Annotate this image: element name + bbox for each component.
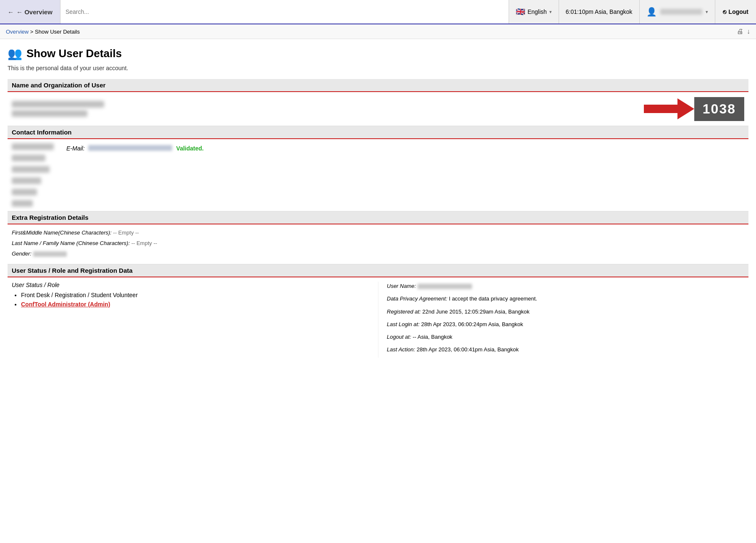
contact-right: E-Mail: Validated. — [66, 143, 744, 152]
language-label: English — [528, 8, 547, 15]
logout-icon: ⎋ — [723, 8, 726, 15]
user-dropdown[interactable]: 👤 ▾ — [640, 0, 715, 24]
breadcrumb: Overview > Show User Details — [6, 29, 80, 35]
role-list: Front Desk / Registration / Student Volu… — [21, 292, 370, 308]
top-navigation: ← ← Overview 🇬🇧 English ▾ 6:01:10pm Asia… — [0, 0, 756, 24]
privacy-row: Data Privacy Agreement: I accept the dat… — [387, 294, 744, 303]
last-name-row: Last Name / Family Name (Chinese Charact… — [12, 239, 744, 248]
chevron-down-icon: ▾ — [549, 9, 552, 15]
language-selector[interactable]: 🇬🇧 English ▾ — [509, 0, 559, 24]
page-title-row: 👥 Show User Details — [8, 47, 748, 61]
badge-annotation: 1038 — [644, 96, 744, 121]
contact-blur-3 — [12, 166, 50, 173]
breadcrumb-overview-link[interactable]: Overview — [6, 29, 29, 35]
role-header: User Status / Role — [12, 282, 370, 288]
gender-value — [33, 251, 67, 257]
overview-button[interactable]: ← ← Overview — [0, 0, 60, 24]
extra-reg-section: First&Middle Name(Chinese Characters): -… — [8, 224, 748, 264]
admin-role-link[interactable]: ConfTool Administrator (Admin) — [21, 301, 110, 308]
first-middle-label: First&Middle Name(Chinese Characters): — [12, 229, 112, 236]
user-id-badge: 1038 — [694, 97, 744, 121]
back-arrow-icon: ← — [8, 8, 14, 16]
print-icon[interactable]: 🖨 — [737, 28, 743, 35]
flag-icon: 🇬🇧 — [516, 7, 525, 16]
clock-display: 6:01:10pm Asia, Bangkok — [559, 0, 640, 24]
name-blurred-block — [12, 101, 104, 117]
username-value — [417, 284, 472, 289]
gender-label: Gender: — [12, 250, 32, 257]
badge-number: 1038 — [703, 101, 736, 116]
user-status-label: User Status / Role and Registration Data — [12, 267, 133, 274]
download-icon[interactable]: ↓ — [747, 28, 750, 35]
registered-row: Registered at: 22nd June 2015, 12:05:29a… — [387, 307, 744, 316]
user-status-section-header: User Status / Role and Registration Data — [8, 264, 748, 277]
email-label: E-Mail: — [66, 145, 85, 152]
breadcrumb-current: Show User Details — [35, 29, 80, 35]
contact-blur-4 — [12, 177, 41, 184]
contact-label: Contact Information — [12, 129, 72, 136]
red-arrow-icon — [644, 96, 694, 121]
gender-row: Gender: — [12, 250, 744, 258]
main-content: 👥 Show User Details This is the personal… — [0, 39, 756, 374]
overview-label: ← Overview — [16, 8, 52, 16]
contact-left — [12, 143, 54, 207]
contact-blur-6 — [12, 200, 33, 207]
extra-reg-section-header: Extra Registration Details — [8, 211, 748, 224]
registered-val: 22nd June 2015, 12:05:29am Asia, Bangkok — [423, 308, 530, 315]
privacy-val: I accept the data privacy agreement. — [449, 295, 537, 302]
username-row: User Name: — [387, 282, 744, 291]
last-name-label: Last Name / Family Name (Chinese Charact… — [12, 240, 130, 246]
first-middle-row: First&Middle Name(Chinese Characters): -… — [12, 229, 744, 237]
last-action-row: Last Action: 28th Apr 2023, 06:00:41pm A… — [387, 345, 744, 354]
validated-badge: Validated. — [176, 145, 204, 152]
role-1-text: Front Desk / Registration / Student Volu… — [21, 292, 138, 298]
breadcrumb-separator: > — [30, 29, 35, 35]
last-login-label: Last Login at: — [387, 321, 420, 327]
contact-blur-5 — [12, 189, 37, 195]
name-org-section: 1038 — [8, 92, 748, 126]
logout-at-val: -- Asia, Bangkok — [412, 334, 452, 340]
user-details-icon: 👥 — [8, 47, 22, 61]
logout-at-row: Logout at: -- Asia, Bangkok — [387, 332, 744, 342]
status-left: User Status / Role Front Desk / Registra… — [12, 282, 378, 358]
status-right: User Name: Data Privacy Agreement: I acc… — [378, 282, 744, 358]
email-value — [88, 145, 172, 151]
clock-text: 6:01:10pm Asia, Bangkok — [566, 8, 633, 15]
user-status-section: User Status / Role Front Desk / Registra… — [8, 277, 748, 362]
last-action-val: 28th Apr 2023, 06:00:41pm Asia, Bangkok — [417, 346, 519, 353]
page-title: Show User Details — [26, 47, 122, 60]
registered-label: Registered at: — [387, 308, 421, 315]
privacy-label: Data Privacy Agreement: — [387, 295, 447, 302]
first-middle-val: -- Empty -- — [113, 229, 139, 236]
status-grid: User Status / Role Front Desk / Registra… — [12, 282, 744, 358]
username-display — [660, 9, 702, 15]
last-action-label: Last Action: — [387, 346, 415, 353]
role-item-1: Front Desk / Registration / Student Volu… — [21, 292, 370, 298]
name-line-2 — [12, 110, 87, 117]
contact-blur-2 — [12, 155, 45, 161]
role-item-2: ConfTool Administrator (Admin) — [21, 301, 370, 308]
user-chevron-icon: ▾ — [706, 9, 708, 15]
logout-label: Logout — [729, 8, 748, 15]
logout-button[interactable]: ⎋ Logout — [715, 0, 756, 24]
last-login-val: 28th Apr 2023, 06:00:24pm Asia, Bangkok — [421, 321, 523, 327]
logout-at-label: Logout at: — [387, 334, 411, 340]
breadcrumb-bar: Overview > Show User Details 🖨 ↓ — [0, 24, 756, 39]
svg-marker-0 — [644, 98, 694, 119]
name-org-section-header: Name and Organization of User — [8, 79, 748, 92]
search-input[interactable] — [60, 0, 509, 24]
last-login-row: Last Login at: 28th Apr 2023, 06:00:24pm… — [387, 320, 744, 329]
contact-section-header: Contact Information — [8, 126, 748, 139]
username-label: User Name: — [387, 283, 416, 289]
name-org-label: Name and Organization of User — [12, 82, 105, 89]
contact-section: E-Mail: Validated. — [8, 139, 748, 211]
last-name-val: -- Empty -- — [131, 240, 157, 246]
breadcrumb-actions: 🖨 ↓ — [737, 28, 750, 35]
user-icon: 👤 — [646, 7, 657, 17]
contact-blur-1 — [12, 143, 54, 150]
page-subtitle: This is the personal data of your user a… — [8, 65, 748, 71]
extra-reg-label: Extra Registration Details — [12, 214, 89, 221]
name-line-1 — [12, 101, 104, 108]
